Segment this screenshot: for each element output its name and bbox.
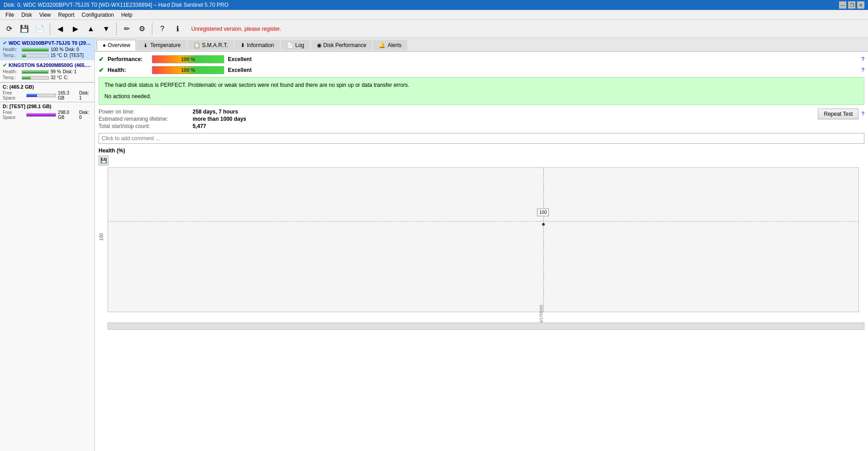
tab-temp-label: Temperature [150,42,180,48]
health-help-icon[interactable]: ? [861,67,864,73]
chart-container: 100 1/17/2022 [108,167,859,312]
disk2-health-bar [22,71,48,73]
disk2-temp-bar-container [22,76,49,80]
toolbar-down-btn[interactable]: ▼ [99,22,113,36]
toolbar-sep-3 [152,23,152,35]
tab-alerts-label: Alerts [387,42,401,48]
tab-log[interactable]: 📄 Log [281,40,310,50]
disk2-title[interactable]: KINGSTON SA2000M8500G (465.8 GB) [9,62,92,68]
drive-d-section[interactable]: D: [TEST] (298.1 GB) Free Space 298.0 GB… [0,102,94,121]
overview-panel: ✔ Performance: 100 % Excellent ? ✔ Healt… [95,52,868,451]
chart-title: Health (%) [99,147,864,154]
drive-c-bar-container [26,94,56,97]
tab-log-label: Log [295,42,304,48]
tab-info-label: Information [247,42,274,48]
chart-save-button[interactable]: 💾 [99,156,108,166]
health-status: Excellent [228,67,252,73]
toolbar-help-btn[interactable]: ? [155,22,170,36]
comment-input[interactable] [99,133,864,144]
disk2-temp-value: 32 °C [51,75,62,80]
y-axis-label: 100 [99,233,104,241]
drive-c-section[interactable]: C: (465.2 GB) Free Space 165.3 GB Disk: … [0,82,94,102]
chart-scrollbar[interactable] [108,323,864,330]
disk2-health-bar-container [22,70,49,74]
maximize-button[interactable]: ❐ [848,1,855,9]
title-bar-text: Disk: 0, WDC WD3200BPVT-75JJS T0 [WD-WX1… [4,2,228,8]
tabs-bar: ● Overview 🌡 Temperature 📋 S.M.A.R.T. ⬇ … [95,38,868,52]
repeat-test-help-icon[interactable]: ? [861,111,864,117]
start-stop-row: Total start/stop count: 5,477 [99,123,246,129]
close-button[interactable]: ✕ [857,1,864,9]
toolbar-settings-btn[interactable]: ⚙ [135,22,149,36]
drive-d-disk-ref: Disk: 0 [79,110,92,120]
health-label: Health: [108,67,148,73]
menu-configuration[interactable]: Configuration [78,11,118,19]
power-on-row: Power on time: 258 days, 7 hours [99,109,246,115]
toolbar-back-btn[interactable]: ◀ [53,22,67,36]
drive-c-disk-ref: Disk: 1 [79,90,92,100]
tab-smart[interactable]: 📋 S.M.A.R.T. [188,40,234,50]
tab-disk-performance[interactable]: ◉ Disk Performance [311,40,372,50]
drive-d-bar-container [26,113,56,117]
menu-report[interactable]: Report [54,11,78,19]
disk1-temp-value: 15 °C [51,53,62,58]
toolbar-refresh-btn[interactable]: ⟳ [2,22,16,36]
unregistered-link[interactable]: Unregistered version, please register. [191,26,281,32]
title-bar: Disk: 0, WDC WD3200BPVT-75JJS T0 [WD-WX1… [0,0,868,10]
status-message: The hard disk status is PERFECT. Problem… [104,81,859,90]
chart-line-100 [108,221,859,222]
toolbar-hdd-btn[interactable]: 💾 [17,22,32,36]
disk-item-2[interactable]: ✔ KINGSTON SA2000M8500G (465.8 GB) Healt… [0,60,94,82]
tab-overview-label: Overview [108,42,130,48]
drive-c-bar [27,94,37,97]
tab-information[interactable]: ⬇ Information [235,40,280,50]
health-bar: 100 % [152,66,224,74]
toolbar-up-btn[interactable]: ▲ [84,22,98,36]
status-box: The hard disk status is PERFECT. Problem… [99,77,864,105]
minimize-button[interactable]: — [839,1,846,9]
power-on-label: Power on time: [99,109,189,115]
health-bar-container: 100 % [152,66,224,74]
menu-disk[interactable]: Disk [18,11,35,19]
menu-file[interactable]: File [2,11,18,19]
disk1-temp-bar [22,54,26,57]
disk-item-1[interactable]: ✔ WDC WD3200BPVT-75JJS T0 (298.1 GB) Hea… [0,38,94,60]
toolbar-file-btn[interactable]: 📄 [33,22,47,36]
chart-dot [542,223,545,226]
title-bar-controls[interactable]: — ❐ ✕ [839,1,864,9]
tab-smart-icon: 📋 [193,42,200,48]
performance-check-icon: ✔ [99,56,104,63]
tab-overview[interactable]: ● Overview [97,40,136,51]
performance-bar-value: 100 % [181,57,195,62]
disk1-health-bar-container [22,48,49,52]
repeat-test-button[interactable]: Repeat Test [818,109,859,119]
health-bar-value: 100 % [181,67,195,73]
tab-smart-label: S.M.A.R.T. [202,42,228,48]
toolbar-pencil-btn[interactable]: ✏ [119,22,134,36]
menu-help[interactable]: Help [118,11,136,19]
chart-toolbar: 💾 [99,156,864,166]
tab-temperature[interactable]: 🌡 Temperature [137,40,186,50]
disk2-drive-label: C: [64,75,68,80]
performance-bar: 100 % [152,56,224,63]
tab-alerts[interactable]: 🔔 Alerts [373,40,407,50]
performance-help-icon[interactable]: ? [861,56,864,62]
menu-view[interactable]: View [36,11,55,19]
disk1-disk-num: Disk: 0 [65,47,79,52]
stats-row: Power on time: 258 days, 7 hours Estimat… [99,109,864,129]
disk1-title[interactable]: WDC WD3200BPVT-75JJS T0 (298.1 GB) [9,40,92,46]
tab-alerts-icon: 🔔 [379,42,386,48]
sidebar: ✔ WDC WD3200BPVT-75JJS T0 (298.1 GB) Hea… [0,38,95,451]
performance-label: Performance: [108,56,148,62]
drive-c-title: C: (465.2 GB) [3,84,92,90]
toolbar-fwd-btn[interactable]: ▶ [68,22,83,36]
disk2-health-value: 99 % [51,69,61,74]
drive-d-bar [27,114,56,116]
disk1-health-bar [22,48,48,51]
remaining-row: Estimated remaining lifetime: more than … [99,116,246,122]
toolbar-info-btn[interactable]: ℹ [170,22,185,36]
no-action-message: No actions needed. [104,92,859,101]
disk1-temp-label: Temp.: [3,53,20,58]
drive-c-free-label: Free Space [3,90,24,100]
performance-bar-container: 100 % [152,55,224,63]
